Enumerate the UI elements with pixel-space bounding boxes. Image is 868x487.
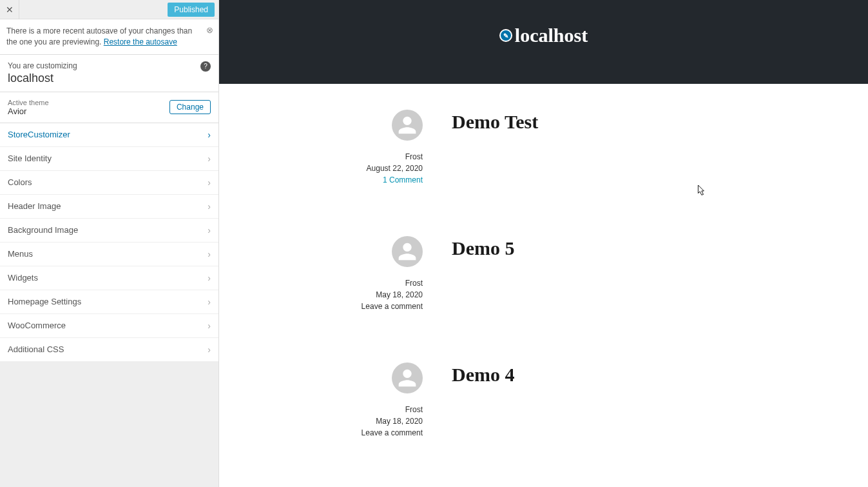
menu-item-header-image[interactable]: Header Image › bbox=[0, 195, 218, 219]
chevron-right-icon: › bbox=[207, 201, 211, 212]
avatar bbox=[392, 110, 423, 141]
active-theme-label: Active theme bbox=[8, 99, 49, 106]
chevron-right-icon: › bbox=[207, 154, 211, 164]
menu-item-menus[interactable]: Menus › bbox=[0, 243, 218, 266]
menu-item-label: Background Image bbox=[8, 225, 78, 235]
chevron-right-icon: › bbox=[207, 249, 211, 259]
customizer-header: You are customizing localhost ? bbox=[0, 55, 218, 92]
menu-item-site-identity[interactable]: Site Identity › bbox=[0, 147, 218, 171]
post-title[interactable]: Demo 4 bbox=[452, 363, 742, 386]
customizing-label: You are customizing bbox=[8, 61, 211, 70]
post: Frost May 18, 2020 Leave a comment Demo … bbox=[232, 363, 855, 437]
menu-item-label: Homepage Settings bbox=[8, 297, 81, 306]
post-author: Frost bbox=[405, 279, 423, 288]
menu-item-label: Colors bbox=[8, 177, 32, 187]
chevron-right-icon: › bbox=[207, 344, 211, 355]
theme-name: Avior bbox=[8, 106, 49, 116]
site-header: ✎ localhost bbox=[219, 0, 868, 84]
close-button[interactable]: ✕ bbox=[0, 0, 19, 19]
chevron-right-icon: › bbox=[207, 273, 211, 283]
menu-item-label: WooCommerce bbox=[8, 321, 66, 330]
menu-item-label: Widgets bbox=[8, 273, 38, 283]
post: Frost May 18, 2020 Leave a comment Demo … bbox=[232, 236, 855, 311]
site-title[interactable]: ✎ localhost bbox=[499, 25, 588, 46]
post-date: May 18, 2020 bbox=[376, 417, 423, 426]
change-theme-button[interactable]: Change bbox=[169, 100, 211, 114]
post-author: Frost bbox=[405, 152, 423, 161]
chevron-right-icon: › bbox=[207, 177, 211, 188]
avatar bbox=[392, 363, 423, 393]
chevron-right-icon: › bbox=[207, 297, 211, 307]
menu-item-label: Additional CSS bbox=[8, 344, 64, 354]
publish-button[interactable]: Published bbox=[168, 3, 215, 17]
theme-row: Active theme Avior Change bbox=[0, 92, 218, 123]
customizer-sidebar: ✕ Published There is a more recent autos… bbox=[0, 0, 219, 487]
restore-autosave-link[interactable]: Restore the autosave bbox=[104, 37, 177, 46]
chevron-right-icon: › bbox=[207, 225, 211, 235]
menu-item-widgets[interactable]: Widgets › bbox=[0, 266, 218, 290]
autosave-notice: There is a more recent autosave of your … bbox=[0, 19, 218, 55]
post-author: Frost bbox=[405, 405, 423, 414]
menu-item-storecustomizer[interactable]: StoreCustomizer › bbox=[0, 123, 218, 147]
help-icon[interactable]: ? bbox=[200, 61, 211, 72]
dismiss-notice-icon[interactable]: ⊗ bbox=[206, 25, 213, 36]
sidebar-top-bar: ✕ Published bbox=[0, 0, 218, 19]
menu-item-woocommerce[interactable]: WooCommerce › bbox=[0, 314, 218, 338]
post-meta: Frost May 18, 2020 Leave a comment bbox=[345, 363, 423, 437]
menu-item-additional-css[interactable]: Additional CSS › bbox=[0, 338, 218, 362]
preview-pane: ✎ localhost Frost August 22, 2020 1 Comm… bbox=[219, 0, 868, 487]
post-date: May 18, 2020 bbox=[376, 290, 423, 299]
posts-list: Frost August 22, 2020 1 Comment Demo Tes… bbox=[219, 84, 868, 487]
menu-item-background-image[interactable]: Background Image › bbox=[0, 219, 218, 243]
site-title-text: localhost bbox=[515, 25, 588, 46]
site-name: localhost bbox=[8, 72, 211, 85]
post-comments-link[interactable]: Leave a comment bbox=[362, 302, 423, 311]
post-meta: Frost August 22, 2020 1 Comment bbox=[345, 110, 423, 184]
post: Frost August 22, 2020 1 Comment Demo Tes… bbox=[232, 110, 855, 184]
menu-item-label: Header Image bbox=[8, 201, 61, 211]
post-comments-link[interactable]: 1 Comment bbox=[383, 175, 423, 184]
menu-item-label: Menus bbox=[8, 249, 33, 259]
chevron-right-icon: › bbox=[207, 130, 211, 140]
post-meta: Frost May 18, 2020 Leave a comment bbox=[345, 236, 423, 311]
post-title[interactable]: Demo Test bbox=[452, 110, 742, 133]
menu-item-homepage-settings[interactable]: Homepage Settings › bbox=[0, 290, 218, 314]
post-date: August 22, 2020 bbox=[367, 164, 423, 173]
menu-item-label: StoreCustomizer bbox=[8, 130, 70, 139]
menu-item-colors[interactable]: Colors › bbox=[0, 171, 218, 195]
avatar bbox=[392, 236, 423, 267]
chevron-right-icon: › bbox=[207, 321, 211, 331]
menu-item-label: Site Identity bbox=[8, 154, 52, 163]
post-comments-link[interactable]: Leave a comment bbox=[362, 428, 423, 437]
customizer-menu: StoreCustomizer › Site Identity › Colors… bbox=[0, 123, 218, 362]
edit-icon[interactable]: ✎ bbox=[499, 29, 512, 42]
post-title[interactable]: Demo 5 bbox=[452, 236, 742, 259]
